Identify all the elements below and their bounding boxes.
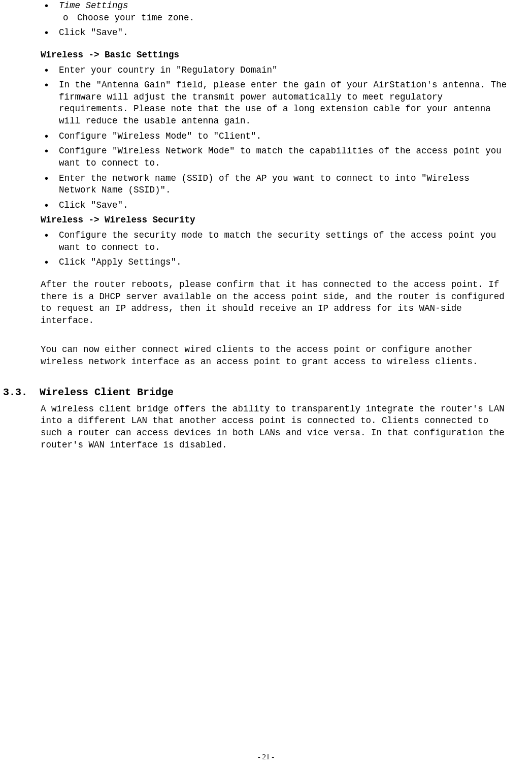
list-item: Click "Save". xyxy=(41,200,512,212)
item-text: Click "Save". xyxy=(59,200,128,210)
paragraph-after-reboot: After the router reboots, please confirm… xyxy=(41,279,512,327)
item-text: In the "Antenna Gain" field, please ente… xyxy=(59,80,507,126)
item-text: Configure "Wireless Mode" to "Client". xyxy=(59,131,261,141)
item-text: Time Settings xyxy=(59,1,128,11)
section-title: Wireless Client Bridge xyxy=(40,387,174,398)
item-text: Enter your country in "Regulatory Domain… xyxy=(59,65,278,75)
list-item: Enter the network name (SSID) of the AP … xyxy=(41,173,512,197)
list-item: Click "Apply Settings". xyxy=(41,256,512,269)
section-body: A wireless client bridge offers the abil… xyxy=(41,403,512,452)
item-text: Configure the security mode to match the… xyxy=(59,230,496,252)
list-item: Enter your country in "Regulatory Domain… xyxy=(41,65,512,77)
sublist: Choose your time zone. xyxy=(59,12,512,24)
item-text: Click "Save". xyxy=(59,27,128,38)
list-item: Configure "Wireless Mode" to "Client". xyxy=(41,131,512,143)
page-footer: - 21 - xyxy=(0,752,532,762)
list-item: Configure the security mode to match the… xyxy=(41,230,512,253)
list-item: In the "Antenna Gain" field, please ente… xyxy=(41,79,512,127)
basic-settings-list: Enter your country in "Regulatory Domain… xyxy=(41,65,512,212)
subheading-wireless-security: Wireless -> Wireless Security xyxy=(41,214,512,227)
subheading-basic-settings: Wireless -> Basic Settings xyxy=(41,49,512,61)
security-list: Configure the security mode to match the… xyxy=(41,230,512,269)
list-item: Configure "Wireless Network Mode" to mat… xyxy=(41,145,512,169)
item-text: Click "Apply Settings". xyxy=(59,257,182,267)
item-text: Enter the network name (SSID) of the AP … xyxy=(59,173,470,196)
intro-list: Time Settings Choose your time zone. Cli… xyxy=(41,0,512,39)
sub-item: Choose your time zone. xyxy=(59,12,512,24)
paragraph-next-steps: You can now either connect wired clients… xyxy=(41,344,512,368)
section-number: 3.3. xyxy=(3,385,40,399)
sub-text: Choose your time zone. xyxy=(77,13,194,23)
item-text: Configure "Wireless Network Mode" to mat… xyxy=(59,146,502,168)
section-heading: 3.3.Wireless Client Bridge xyxy=(3,385,512,399)
list-item: Time Settings Choose your time zone. xyxy=(41,0,512,24)
list-item: Click "Save". xyxy=(41,27,512,39)
